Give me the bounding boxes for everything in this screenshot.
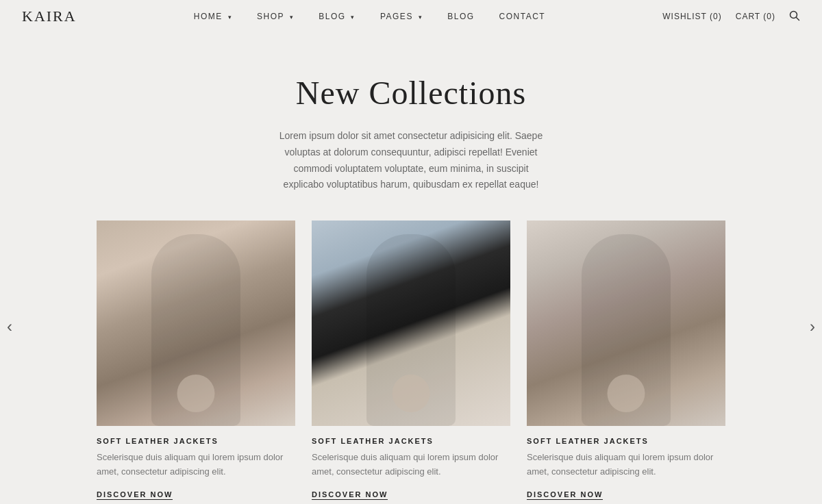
main-content: New Collections Lorem ipsum dolor sit am… (0, 33, 822, 504)
nav-contact[interactable]: CONTACT (499, 12, 546, 21)
product-name-2: SOFT LEATHER JACKETS (312, 437, 510, 445)
wishlist-link[interactable]: WISHLIST (0) (662, 12, 721, 21)
main-nav: HOME ▾ SHOP ▾ BLOG ▾ PAGES ▾ BLOG CONTAC… (194, 12, 545, 21)
svg-line-1 (796, 17, 799, 20)
products-grid: SOFT LEATHER JACKETS Scelerisque duis al… (55, 220, 767, 500)
carousel-prev-button[interactable]: ‹ (7, 318, 12, 335)
section-title: New Collections (0, 74, 822, 112)
product-desc-2: Scelerisque duis aliquam qui lorem ipsum… (312, 451, 510, 479)
nav-pages[interactable]: PAGES ▾ (380, 12, 423, 21)
carousel-container: ‹ SOFT LEATHER JACKETS Scelerisque duis … (0, 220, 822, 500)
search-icon[interactable] (789, 10, 800, 23)
product-name-1: SOFT LEATHER JACKETS (97, 437, 295, 445)
cart-link[interactable]: CART (0) (736, 12, 775, 21)
product-desc-1: Scelerisque duis aliquam qui lorem ipsum… (97, 451, 295, 479)
carousel-next-button[interactable]: › (810, 318, 815, 335)
product-card: SOFT LEATHER JACKETS Scelerisque duis al… (527, 220, 725, 500)
header-actions: WISHLIST (0) CART (0) (662, 10, 800, 23)
product-image-1 (97, 220, 295, 426)
product-name-3: SOFT LEATHER JACKETS (527, 437, 725, 445)
nav-home[interactable]: HOME ▾ (194, 12, 232, 21)
product-image-2 (312, 220, 510, 426)
logo[interactable]: KAIRA (22, 8, 77, 25)
section-description: Lorem ipsum dolor sit amet consectetur a… (274, 128, 548, 193)
site-header: KAIRA HOME ▾ SHOP ▾ BLOG ▾ PAGES ▾ BLOG … (0, 0, 822, 33)
product-card: SOFT LEATHER JACKETS Scelerisque duis al… (97, 220, 295, 500)
nav-blog[interactable]: BLOG (447, 12, 474, 21)
discover-link-2[interactable]: DISCOVER NOW (312, 490, 388, 500)
discover-link-1[interactable]: DISCOVER NOW (97, 490, 173, 500)
product-image-3 (527, 220, 725, 426)
nav-blog-dropdown[interactable]: BLOG ▾ (319, 12, 356, 21)
product-desc-3: Scelerisque duis aliquam qui lorem ipsum… (527, 451, 725, 479)
product-card: SOFT LEATHER JACKETS Scelerisque duis al… (312, 220, 510, 500)
nav-shop[interactable]: SHOP ▾ (257, 12, 294, 21)
discover-link-3[interactable]: DISCOVER NOW (527, 490, 603, 500)
